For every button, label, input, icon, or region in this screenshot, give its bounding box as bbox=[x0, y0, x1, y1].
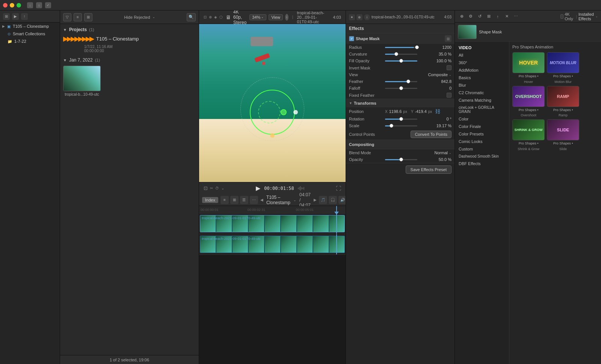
fixed-feather-checkbox[interactable] bbox=[447, 93, 452, 98]
inspector-info-icon[interactable]: i bbox=[364, 14, 370, 20]
cat-color[interactable]: Color bbox=[455, 115, 509, 123]
project-arrow[interactable]: ⌄ bbox=[293, 198, 296, 202]
cat-360[interactable]: 360° bbox=[455, 59, 509, 66]
cat-camera[interactable]: Camera Matching bbox=[455, 96, 509, 104]
audio-btn[interactable]: 🎵 bbox=[319, 196, 327, 204]
effects-icon-2[interactable]: ⚙ bbox=[467, 13, 474, 20]
cat-dashwood[interactable]: Dashwood Smooth Skin bbox=[455, 153, 509, 160]
cat-blur[interactable]: Blur bbox=[455, 81, 509, 89]
thumb-item[interactable]: tropical-b...10-49-utc bbox=[63, 66, 101, 96]
opacity-thumb[interactable] bbox=[399, 158, 403, 161]
convert-to-points-btn[interactable]: Convert To Points bbox=[411, 131, 452, 138]
clip-2[interactable]: tropical-beach-2021-09-01-01T0-49-utc bbox=[200, 236, 345, 253]
effects-icon-4[interactable]: ⊞ bbox=[485, 13, 492, 20]
list-view-tl[interactable]: ☰ bbox=[240, 196, 248, 204]
speed-icon[interactable]: ⏱ bbox=[215, 186, 219, 190]
play-button[interactable]: ▶ bbox=[256, 185, 260, 192]
radius-slider[interactable] bbox=[385, 47, 417, 48]
cat-color-finale[interactable]: Color Finale bbox=[455, 123, 509, 130]
4k-checkbox[interactable] bbox=[560, 14, 564, 19]
library-icon[interactable]: ⊞ bbox=[3, 13, 10, 20]
view-dropdown[interactable]: Composite ⌄ bbox=[428, 72, 452, 77]
sidebar-item-date[interactable]: 📁 1-7-22 bbox=[0, 38, 60, 45]
clip-1[interactable]: tropical-beach-2021-09-01-01T0-49-utc bbox=[200, 215, 345, 232]
rotation-slider[interactable] bbox=[385, 119, 417, 120]
zoom-display[interactable]: 34% ⌄ bbox=[249, 14, 266, 20]
key-icon[interactable]: ⌂ bbox=[36, 2, 42, 8]
nav-right-btn[interactable]: ▶ bbox=[314, 198, 317, 202]
fill-opacity-thumb[interactable] bbox=[399, 59, 403, 63]
cat-addmotion[interactable]: AddMotion bbox=[455, 66, 509, 74]
nav-left-btn[interactable]: ◀ bbox=[260, 198, 263, 202]
cat-all[interactable]: All bbox=[455, 51, 509, 59]
effect-overshoot[interactable]: OVERSHOOT Pro Shapes • Overshoot bbox=[512, 86, 545, 117]
scale-slider[interactable] bbox=[385, 125, 417, 126]
invert-mask-checkbox[interactable] bbox=[447, 65, 452, 70]
effects-icon-7[interactable]: ⋯ bbox=[512, 13, 519, 20]
curvature-slider[interactable] bbox=[385, 54, 417, 55]
search-btn[interactable]: 🔍 bbox=[187, 13, 196, 21]
effects-icon-5[interactable]: ↑ bbox=[494, 13, 501, 20]
shape-mask-header[interactable]: ✓ Shape Mask ⊞ bbox=[346, 33, 455, 44]
effects-icon-6[interactable]: ✕ bbox=[503, 13, 510, 20]
crop-icon[interactable]: ⊡ bbox=[204, 15, 207, 19]
effects-icon-3[interactable]: ↺ bbox=[476, 13, 483, 20]
track-view-btn[interactable]: ⊞ bbox=[230, 196, 239, 204]
view-button[interactable]: View bbox=[269, 14, 283, 20]
radius-thumb[interactable] bbox=[415, 45, 419, 49]
grid-view-btn[interactable]: ⊞ bbox=[84, 13, 92, 21]
speaker-icon[interactable]: 🔊 bbox=[338, 196, 346, 204]
check-icon[interactable]: ✓ bbox=[45, 2, 51, 8]
cat-dbf[interactable]: DBF Effects bbox=[455, 160, 509, 167]
effects-icon-preview[interactable]: ◈ bbox=[214, 15, 217, 19]
close-button[interactable] bbox=[3, 3, 8, 8]
scale-icon[interactable]: ⊡ bbox=[204, 185, 208, 191]
sidebar-item-project[interactable]: ▶ ▣ T105 – Clonestamp bbox=[0, 23, 60, 30]
cat-cinelook[interactable]: cineLook + GORILLA GRAIN bbox=[455, 104, 509, 115]
transforms-header[interactable]: ▼ Transforms bbox=[346, 99, 455, 107]
4k-only-toggle[interactable]: 4K Only bbox=[560, 12, 575, 21]
arrow-icon[interactable]: ⌄ bbox=[221, 186, 224, 190]
clip-view-btn[interactable]: ≡ bbox=[220, 196, 229, 204]
opacity-slider[interactable] bbox=[385, 159, 417, 160]
curvature-thumb[interactable] bbox=[394, 52, 398, 56]
feather-slider[interactable] bbox=[385, 81, 417, 82]
inspector-icon-1[interactable]: ✦ bbox=[349, 14, 355, 20]
save-effects-btn[interactable]: Save Effects Preset bbox=[406, 165, 452, 174]
list-view-btn[interactable]: ≡ bbox=[74, 13, 82, 21]
cat-basics[interactable]: Basics bbox=[455, 74, 509, 81]
cat-color-presets[interactable]: Color Presets bbox=[455, 130, 509, 138]
index-tab[interactable]: Index bbox=[202, 197, 218, 203]
sidebar-item-smart-collections[interactable]: ⊙ Smart Collections bbox=[0, 30, 60, 38]
effect-shrink[interactable]: SHRINK & GROW Pro Shapes • Shrink & Grow bbox=[512, 119, 545, 151]
filter-btn[interactable]: ▽ bbox=[63, 13, 71, 21]
download-icon[interactable]: ↓ bbox=[27, 2, 33, 8]
inspector-icon-2[interactable]: ⊕ bbox=[356, 14, 362, 20]
cat-custom[interactable]: Custom bbox=[455, 145, 509, 153]
minimize-button[interactable] bbox=[10, 3, 14, 8]
scale-thumb[interactable] bbox=[390, 124, 393, 128]
blend-mode-dropdown[interactable]: Normal ⌄ bbox=[435, 150, 452, 155]
cat-comic[interactable]: Comic Looks bbox=[455, 138, 509, 145]
falloff-slider[interactable] bbox=[385, 88, 417, 89]
falloff-thumb[interactable] bbox=[399, 86, 403, 90]
effect-slide[interactable]: SLIDE Pro Shapes • Slide bbox=[547, 119, 579, 151]
effects-icon-1[interactable]: ⊕ bbox=[458, 13, 465, 20]
fill-opacity-slider[interactable] bbox=[385, 60, 417, 62]
feather-thumb[interactable] bbox=[406, 80, 410, 83]
headphones-icon[interactable]: 🎧 bbox=[329, 196, 337, 204]
share-icon[interactable]: ↑ bbox=[21, 13, 28, 20]
maximize-button[interactable] bbox=[17, 3, 21, 8]
cat-video[interactable]: VIDEO bbox=[455, 44, 509, 51]
fullscreen-icon[interactable]: ⛶ bbox=[336, 185, 341, 191]
info-button[interactable]: i bbox=[285, 14, 288, 21]
effect-ramp[interactable]: RAMP Pro Shapes • Ramp bbox=[547, 86, 579, 117]
shape-mask-check[interactable]: ✓ bbox=[349, 36, 354, 41]
shape-mask-expand[interactable]: ⊞ bbox=[445, 35, 452, 42]
more-btn[interactable]: ⋯ bbox=[250, 196, 258, 204]
effect-motion-blur[interactable]: MOTION BLUR Pro Shapes • Motion Blur bbox=[547, 52, 579, 84]
crop-icon-2[interactable]: ✂ bbox=[210, 186, 213, 190]
transform-icon[interactable]: ⊕ bbox=[209, 15, 212, 19]
media-icon[interactable]: ▶ bbox=[12, 13, 19, 20]
rotation-thumb[interactable] bbox=[399, 117, 403, 121]
